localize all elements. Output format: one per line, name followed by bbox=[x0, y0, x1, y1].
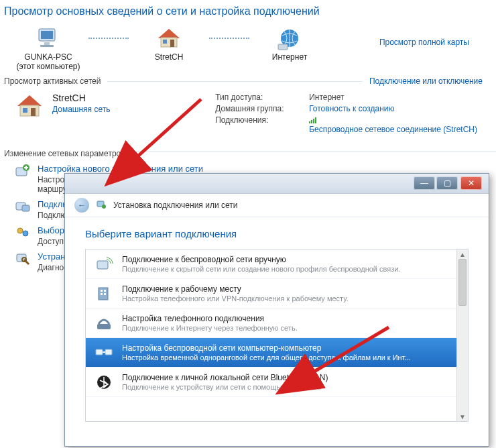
wizard-header: ← Установка подключения или сети bbox=[65, 194, 489, 217]
active-networks-header: Просмотр активных сетей Подключение или … bbox=[0, 76, 496, 86]
connections-label: Подключения: bbox=[215, 115, 309, 134]
svg-rect-30 bbox=[101, 290, 103, 292]
svg-marker-4 bbox=[158, 29, 180, 38]
scroll-up-icon[interactable]: ▲ bbox=[457, 249, 468, 259]
map-local-name: GUNKA-PSC bbox=[24, 52, 72, 62]
change-network-params-label: Изменение сетевых параметров bbox=[0, 142, 125, 160]
svg-point-27 bbox=[102, 205, 106, 209]
option-title: Настройка телефонного подключения bbox=[122, 314, 298, 323]
map-router: StretCH bbox=[129, 24, 209, 62]
svg-rect-33 bbox=[104, 293, 106, 295]
computer-icon bbox=[35, 24, 62, 52]
phone-icon bbox=[94, 315, 114, 332]
option-list: Подключение к беспроводной сети вручную … bbox=[85, 249, 469, 422]
svg-rect-32 bbox=[101, 293, 103, 295]
view-full-map-link[interactable]: Просмотр полной карты bbox=[379, 24, 469, 47]
option-desc: Настройка телефонного или VPN-подключени… bbox=[122, 294, 349, 302]
svg-point-22 bbox=[17, 228, 23, 233]
network-map: GUNKA-PSC (этот компьютер) StretCH Интер… bbox=[0, 21, 496, 72]
shield-icon bbox=[96, 199, 107, 212]
svg-rect-15 bbox=[311, 120, 312, 123]
access-type-value: Интернет bbox=[309, 93, 491, 102]
svg-rect-7 bbox=[170, 40, 174, 47]
map-router-name: StretCH bbox=[155, 52, 184, 62]
globe-icon bbox=[276, 24, 303, 52]
home-network-link[interactable]: Домашняя сеть bbox=[52, 105, 110, 114]
connect-icon bbox=[15, 199, 31, 214]
option-title: Подключение к личной локальной сети Blue… bbox=[122, 373, 328, 382]
svg-point-23 bbox=[23, 231, 28, 236]
active-network-details: Тип доступа: Интернет Домашняя группа: Г… bbox=[215, 93, 491, 134]
active-network-block: StretCH Домашняя сеть Тип доступа: Интер… bbox=[0, 86, 496, 138]
option-title: Подключение к беспроводной сети вручную bbox=[122, 255, 400, 264]
option-bluetooth-pan[interactable]: Подключение к личной локальной сети Blue… bbox=[86, 368, 468, 397]
adhoc-icon bbox=[94, 344, 114, 361]
option-dialup[interactable]: Настройка телефонного подключения Подклю… bbox=[86, 309, 468, 338]
connection-link[interactable]: Беспроводное сетевое соединение (StretCH… bbox=[309, 125, 477, 134]
wireless-icon bbox=[94, 256, 114, 273]
separator-line bbox=[107, 81, 363, 82]
param-title: Настройка нового подключения или сети bbox=[38, 164, 489, 174]
close-button[interactable]: ✕ bbox=[460, 176, 482, 190]
option-desc: Подключение к скрытой сети или создание … bbox=[122, 265, 400, 273]
active-network-name: StretCH bbox=[52, 93, 110, 103]
homegroup-icon bbox=[15, 225, 31, 240]
scroll-thumb[interactable] bbox=[458, 259, 467, 306]
svg-rect-2 bbox=[44, 42, 50, 45]
wizard-body: Выберите вариант подключения Подключение… bbox=[65, 217, 489, 445]
svg-rect-21 bbox=[22, 205, 29, 211]
option-workplace[interactable]: Подключение к рабочему месту Настройка т… bbox=[86, 279, 468, 309]
svg-rect-16 bbox=[313, 119, 314, 123]
svg-rect-6 bbox=[163, 40, 167, 44]
scrollbar[interactable]: ▲ ▼ bbox=[456, 249, 468, 421]
option-title: Настройка беспроводной сети компьютер-ко… bbox=[122, 343, 411, 353]
signal-icon bbox=[309, 115, 321, 125]
map-internet-name: Интернет bbox=[272, 52, 307, 62]
svg-rect-31 bbox=[104, 290, 106, 292]
building-icon bbox=[94, 285, 114, 302]
troubleshoot-icon bbox=[15, 251, 31, 266]
option-manual-wireless[interactable]: Подключение к беспроводной сети вручную … bbox=[86, 249, 468, 279]
map-local-subtitle: (этот компьютер) bbox=[17, 62, 80, 71]
svg-rect-34 bbox=[97, 324, 111, 329]
new-connection-icon bbox=[15, 164, 31, 178]
option-desc: Подключение к устройству или сети с помо… bbox=[122, 383, 328, 391]
wizard-titlebar[interactable]: — ▢ ✕ bbox=[65, 174, 489, 194]
option-desc: Подключение к Интернету через телефонную… bbox=[122, 324, 298, 332]
homegroup-label: Домашняя группа: bbox=[215, 104, 309, 113]
active-networks-label: Просмотр активных сетей bbox=[0, 76, 101, 86]
map-local-computer: GUNKA-PSC (этот компьютер) bbox=[8, 24, 88, 71]
option-adhoc-wireless[interactable]: Настройка беспроводной сети компьютер-ко… bbox=[86, 338, 468, 368]
minimize-button[interactable]: — bbox=[414, 176, 435, 190]
svg-rect-9 bbox=[278, 44, 288, 50]
svg-rect-17 bbox=[315, 117, 316, 123]
svg-rect-3 bbox=[40, 45, 54, 47]
homegroup-link[interactable]: Готовность к созданию bbox=[309, 104, 491, 113]
map-internet: Интернет bbox=[249, 24, 330, 62]
svg-rect-1 bbox=[41, 31, 53, 39]
scroll-down-icon[interactable]: ▼ bbox=[457, 412, 468, 421]
option-desc: Настройка временной одноранговой сети дл… bbox=[122, 353, 411, 361]
map-connector bbox=[209, 38, 249, 39]
bluetooth-icon bbox=[94, 374, 114, 391]
back-button[interactable]: ← bbox=[74, 198, 89, 213]
svg-rect-35 bbox=[96, 349, 103, 355]
wizard-heading: Выберите вариант подключения bbox=[85, 228, 469, 239]
svg-marker-10 bbox=[17, 95, 42, 106]
house-icon bbox=[156, 24, 182, 52]
svg-rect-36 bbox=[105, 349, 112, 355]
page-heading: Просмотр основных сведений о сети и наст… bbox=[0, 0, 496, 21]
svg-rect-29 bbox=[99, 288, 108, 300]
house-icon bbox=[15, 93, 44, 121]
wizard-window: — ▢ ✕ ← Установка подключения или сети В… bbox=[64, 173, 489, 447]
separator-line bbox=[132, 151, 496, 152]
svg-rect-14 bbox=[309, 121, 310, 123]
svg-rect-28 bbox=[97, 261, 108, 269]
wizard-title: Установка подключения или сети bbox=[113, 201, 237, 210]
maximize-button[interactable]: ▢ bbox=[436, 176, 458, 190]
option-title: Подключение к рабочему месту bbox=[122, 284, 349, 294]
access-type-label: Тип доступа: bbox=[215, 93, 309, 102]
map-connector bbox=[88, 38, 129, 39]
connect-disconnect-link[interactable]: Подключение или отключение bbox=[369, 76, 496, 86]
svg-rect-13 bbox=[31, 108, 36, 116]
